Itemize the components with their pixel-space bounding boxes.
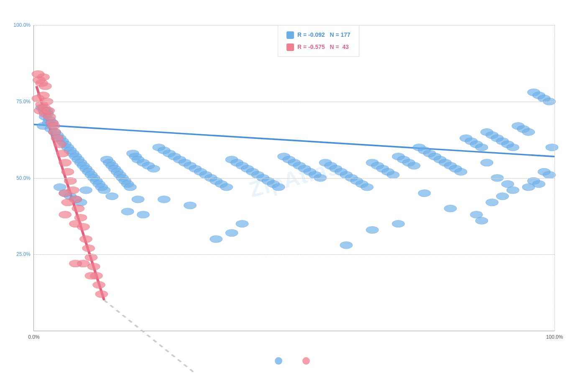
blue-data-point xyxy=(132,196,144,203)
blue-data-point xyxy=(225,229,238,237)
legend-icon-americans xyxy=(275,357,282,365)
blue-data-point xyxy=(418,189,431,197)
pink-data-point xyxy=(69,220,82,227)
pink-data-point xyxy=(80,235,92,243)
chart-area: ZipAtlas 100.0%75.0%50.0%25.0%0.0%100.0% xyxy=(33,25,555,331)
legend-box: R = -0.092 N = 177 R = -0.575 N = 43 xyxy=(278,25,359,57)
blue-data-point xyxy=(387,171,399,179)
legend-row-1: R = -0.092 N = 177 xyxy=(286,30,350,40)
pink-data-point xyxy=(72,205,84,212)
blue-data-point xyxy=(533,180,545,188)
grid-line-v xyxy=(555,25,555,331)
pink-data-point xyxy=(64,177,77,185)
blue-data-point xyxy=(408,162,420,169)
grid-line-h xyxy=(34,178,555,179)
chart-container: ZipAtlas 100.0%75.0%50.0%25.0%0.0%100.0%… xyxy=(0,0,588,373)
blue-data-point xyxy=(121,208,134,215)
blue-data-point xyxy=(522,128,535,136)
pink-data-point xyxy=(82,245,95,252)
blue-data-point xyxy=(392,220,405,227)
grid-line-h xyxy=(34,102,555,102)
legend-item-americans xyxy=(275,357,286,365)
pink-data-point xyxy=(85,272,97,280)
pink-data-point xyxy=(39,82,51,90)
pink-data-point xyxy=(54,141,66,148)
pink-data-point xyxy=(42,107,55,115)
blue-data-point xyxy=(98,186,110,194)
pink-data-point xyxy=(56,150,69,157)
blue-data-point xyxy=(444,205,457,212)
blue-data-point xyxy=(361,184,373,191)
x-tick-label: 0.0% xyxy=(28,334,39,340)
blue-data-point xyxy=(476,217,488,225)
blue-data-point xyxy=(220,184,233,191)
pink-trend-line-dashed xyxy=(104,300,294,373)
blue-data-point xyxy=(158,196,170,203)
blue-data-point xyxy=(486,199,499,206)
grid-line-h xyxy=(34,254,555,255)
blue-data-point xyxy=(137,211,150,218)
blue-data-point xyxy=(543,171,556,179)
blue-data-point xyxy=(272,184,285,191)
corr-pink: R = -0.575 N = 43 xyxy=(297,42,349,52)
pink-data-point xyxy=(32,70,44,78)
blue-data-point xyxy=(80,186,92,194)
blue-data-point xyxy=(106,193,118,200)
blue-data-point xyxy=(210,235,222,243)
pink-data-point xyxy=(61,168,74,176)
blue-data-point xyxy=(147,165,160,173)
blue-data-point xyxy=(455,168,467,176)
legend-row-2: R = -0.575 N = 43 xyxy=(286,42,350,52)
blue-data-point xyxy=(476,144,488,151)
pink-data-point xyxy=(69,260,82,267)
chart-legend xyxy=(275,357,313,365)
legend-item-german-russians xyxy=(302,357,313,365)
blue-data-point xyxy=(506,186,519,194)
y-tick-label: 75.0% xyxy=(16,99,31,105)
blue-data-point xyxy=(506,144,519,151)
pink-data-point xyxy=(95,291,108,298)
legend-swatch-blue xyxy=(286,31,294,39)
blue-data-point xyxy=(184,202,197,209)
legend-swatch-pink xyxy=(286,43,294,51)
blue-data-point xyxy=(124,184,136,191)
pink-data-point xyxy=(59,159,72,166)
blue-data-point xyxy=(546,144,558,151)
x-tick-label: 100.0% xyxy=(546,334,563,340)
y-tick-label: 50.0% xyxy=(16,175,31,181)
pink-data-point xyxy=(85,254,97,261)
legend-icon-german-russians xyxy=(302,357,310,365)
corr-blue: R = -0.092 N = 177 xyxy=(297,30,350,40)
pink-data-point xyxy=(59,189,72,197)
blue-data-point xyxy=(236,220,248,227)
pink-data-point xyxy=(93,281,105,289)
blue-data-point xyxy=(496,193,509,200)
blue-data-point xyxy=(366,226,378,234)
blue-data-point xyxy=(481,159,493,166)
y-tick-label: 25.0% xyxy=(16,251,31,257)
blue-data-point xyxy=(340,242,353,249)
y-tick-label: 100.0% xyxy=(13,22,31,28)
pink-data-point xyxy=(59,211,72,218)
pink-data-point xyxy=(61,199,74,206)
